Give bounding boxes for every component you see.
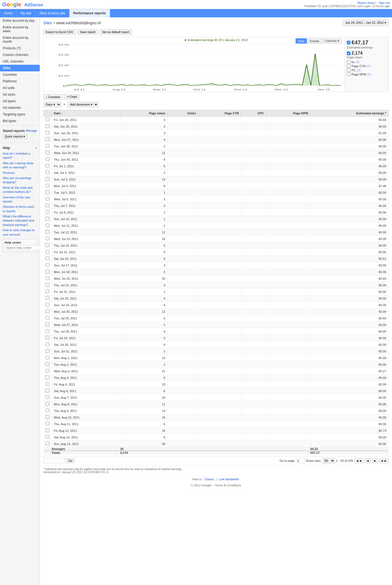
row-checkbox[interactable] [46,164,49,168]
row-checkbox[interactable] [46,442,49,445]
row-checkbox[interactable] [46,356,49,359]
row-checkbox[interactable] [46,329,49,333]
row-checkbox[interactable] [46,376,49,379]
help-link-5[interactable]: Overview of the new reports [3,195,37,204]
days-select[interactable]: Days ▾ [43,102,61,107]
sidebar-item-entire-account-day[interactable]: Entire account by day [0,17,40,24]
row-checkbox[interactable] [46,343,49,346]
sidebar-item-bid-types[interactable]: Bid types [0,118,40,124]
row-checkbox[interactable] [46,138,49,141]
sites-breadcrumb-link[interactable]: Sites [43,21,52,25]
sidebar-item-ad-types[interactable]: Ad types [0,98,40,104]
sidebar-item-products[interactable]: Products (?) [0,45,40,52]
ks-checkbox[interactable] [347,60,350,64]
row-checkbox[interactable] [46,409,49,412]
row-checkbox[interactable] [46,243,49,247]
show-rows-select[interactable]: 10 25 50 100 [323,458,335,463]
goto-page-button[interactable]: Go [66,458,74,463]
export-csv-button[interactable]: Export to Excel CSV [43,29,76,35]
sidebar-item-entire-account-week[interactable]: Entire account by week [0,24,40,34]
row-checkbox[interactable] [46,316,49,320]
help-link-1[interactable]: Why am I seeing clicks with no earnings? [3,161,37,170]
classic-view-link[interactable]: Classic [204,478,214,481]
row-checkbox[interactable] [46,237,49,240]
add-dimension-select[interactable]: Add dimension ▾ [67,102,98,107]
row-checkbox[interactable] [46,204,49,207]
col-cpc[interactable]: CPC [241,110,266,117]
row-checkbox[interactable] [46,151,49,154]
col-earnings[interactable]: Estimated earnings * [310,110,388,117]
row-checkbox[interactable] [46,124,49,128]
pageviews-checkbox[interactable] [347,52,350,55]
help-link-6[interactable]: Glossary of terms used in reports [3,205,37,213]
first-page-button[interactable]: ◄◄ [354,458,364,463]
sidebar-item-entire-account-month[interactable]: Entire account by month [0,34,40,45]
set-default-button[interactable]: Set as default report [100,29,132,35]
page-number-input[interactable] [296,458,305,463]
row-checkbox[interactable] [46,422,49,425]
sidebar-item-url-channels[interactable]: URL channels [0,58,40,65]
row-checkbox[interactable] [46,415,49,419]
dimension-x-icon[interactable]: × [63,103,65,106]
sidebar-item-sites[interactable]: Sites [0,65,40,71]
col-clicks[interactable]: Clicks [167,110,198,117]
row-checkbox[interactable] [46,428,49,432]
help-link-4[interactable]: What do the chart and combine buttons do… [3,186,37,194]
terms-link[interactable]: Terms & Conditions [215,484,241,487]
row-checkbox[interactable] [46,276,49,280]
row-checkbox[interactable] [46,263,49,267]
col-page-ctr[interactable]: Page CTR [198,110,241,117]
help-link-8[interactable]: How to view changes to your account [3,228,37,237]
sidebar-item-ad-sizes[interactable]: Ad sizes [0,91,40,98]
row-checkbox[interactable] [46,144,49,148]
last-page-button[interactable]: ►► [379,458,389,463]
row-checkbox[interactable] [46,197,49,201]
sidebar-item-custom-channels[interactable]: Custom channels [0,52,40,58]
row-checkbox[interactable] [46,283,49,287]
row-checkbox[interactable] [46,382,49,386]
col-pageviews[interactable]: Page views [120,110,167,117]
row-checkbox[interactable] [46,290,49,293]
row-checkbox[interactable] [46,369,49,373]
row-checkbox[interactable] [46,349,49,353]
tab-performance[interactable]: Performance reports [69,9,110,17]
page-rpm-checkbox[interactable] [347,72,350,76]
row-checkbox[interactable] [46,223,49,227]
row-checkbox[interactable] [46,395,49,399]
pc-help-icon[interactable]: (?) [357,69,360,72]
sidebar-item-ad-units[interactable]: Ad units [0,85,40,91]
help-link-2[interactable]: Products [3,171,37,175]
date-range-button[interactable]: Jun 24, 2011 – Jan 22, 2012 ▾ [343,20,389,26]
row-checkbox[interactable] [46,177,49,181]
row-checkbox[interactable] [46,389,49,392]
tab-home[interactable]: Home [0,9,17,17]
combine-button[interactable]: ↕ Combine [43,94,63,99]
sidebar-item-ad-networks[interactable]: Ad networks [0,104,40,111]
row-checkbox[interactable] [46,257,49,260]
col-page-rpm[interactable]: Page RPM [266,110,310,117]
row-checkbox[interactable] [46,362,49,366]
row-checkbox[interactable] [46,171,49,174]
page-rpm-help-icon[interactable]: (?) [367,73,371,76]
row-checkbox[interactable] [46,435,49,439]
row-checkbox[interactable] [46,217,49,220]
row-checkbox[interactable] [46,190,49,194]
page-ctr-checkbox[interactable] [347,64,350,68]
chart-button[interactable]: ↗ Chart [64,94,80,99]
row-checkbox[interactable] [46,402,49,406]
help-link-3[interactable]: Why are my earnings dropping? [3,176,37,185]
row-checkbox[interactable] [46,270,49,273]
ks-help-icon[interactable]: (?) [356,60,359,64]
row-checkbox[interactable] [46,336,49,339]
row-checkbox[interactable] [46,210,49,214]
tab-allowblock[interactable]: Allow & block ads [36,9,69,17]
help-link-7[interactable]: What's the difference between estimated … [3,214,37,227]
help-link-0[interactable]: How do I schedule a report? [3,152,37,160]
row-checkbox[interactable] [46,184,49,187]
goto-page-input[interactable] [43,458,65,463]
low-bandwidth-link[interactable]: Low bandwidth [219,478,239,481]
row-checkbox[interactable] [46,118,49,121]
row-checkbox[interactable] [46,309,49,313]
row-checkbox[interactable] [46,157,49,161]
row-checkbox[interactable] [46,323,49,326]
